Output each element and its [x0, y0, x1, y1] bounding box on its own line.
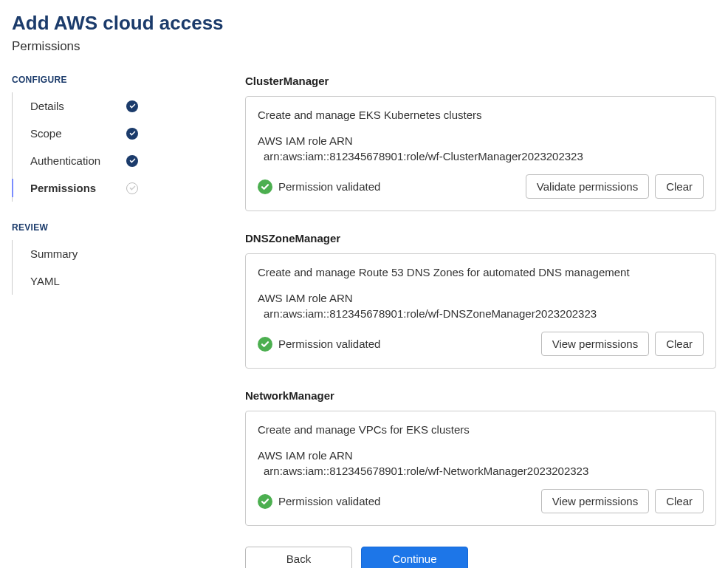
permission-card-dnszonemanager: DNSZoneManager Create and manage Route 5… — [245, 232, 716, 369]
sidebar-item-permissions[interactable]: Permissions — [13, 174, 153, 202]
arn-value: arn:aws:iam::812345678901:role/wf-Cluste… — [258, 150, 704, 162]
clear-button[interactable]: Clear — [655, 174, 704, 199]
sidebar-item-summary[interactable]: Summary — [13, 240, 153, 267]
success-icon — [258, 494, 272, 509]
permission-description: Create and manage EKS Kubernetes cluster… — [258, 109, 704, 121]
permission-name: NetworkManager — [245, 389, 716, 402]
sidebar-item-label: Authentication — [30, 154, 100, 167]
sidebar-section-label: CONFIGURE — [12, 75, 245, 85]
sidebar-section-configure: CONFIGURE Details Scope Authentication — [12, 75, 245, 202]
permission-card-networkmanager: NetworkManager Create and manage VPCs fo… — [245, 389, 716, 526]
sidebar-item-label: Summary — [30, 247, 78, 260]
back-button[interactable]: Back — [245, 547, 352, 568]
wizard-sidebar: CONFIGURE Details Scope Authentication — [12, 75, 245, 568]
arn-label: AWS IAM role ARN — [258, 292, 704, 304]
permission-name: ClusterManager — [245, 75, 716, 87]
arn-label: AWS IAM role ARN — [258, 449, 704, 462]
sidebar-item-details[interactable]: Details — [13, 92, 153, 120]
permission-card-clustermanager: ClusterManager Create and manage EKS Kub… — [245, 75, 716, 211]
arn-value: arn:aws:iam::812345678901:role/wf-DNSZon… — [258, 307, 704, 320]
wizard-footer: Back Continue — [245, 547, 716, 568]
sidebar-item-label: Permissions — [30, 182, 96, 194]
permission-description: Create and manage VPCs for EKS clusters — [258, 423, 704, 436]
view-permissions-button[interactable]: View permissions — [541, 332, 649, 356]
arn-label: AWS IAM role ARN — [258, 134, 704, 147]
continue-button[interactable]: Continue — [361, 547, 468, 568]
sidebar-item-label: Scope — [30, 127, 62, 140]
sidebar-item-label: YAML — [30, 275, 60, 287]
validated-status: Permission validated — [258, 494, 380, 509]
validated-status: Permission validated — [258, 179, 380, 194]
page-title: Add AWS cloud access — [12, 12, 716, 35]
sidebar-item-scope[interactable]: Scope — [13, 120, 153, 147]
main-content: ClusterManager Create and manage EKS Kub… — [245, 75, 716, 568]
validate-permissions-button[interactable]: Validate permissions — [526, 174, 649, 199]
permission-name: DNSZoneManager — [245, 232, 716, 244]
check-outline-icon — [126, 182, 138, 194]
clear-button[interactable]: Clear — [655, 332, 704, 356]
check-icon — [126, 155, 138, 167]
sidebar-section-review: REVIEW Summary YAML — [12, 222, 245, 295]
validated-status: Permission validated — [258, 337, 380, 352]
validated-text: Permission validated — [278, 338, 380, 350]
success-icon — [258, 179, 272, 194]
clear-button[interactable]: Clear — [655, 489, 704, 513]
validated-text: Permission validated — [278, 180, 380, 193]
arn-value: arn:aws:iam::812345678901:role/wf-Networ… — [258, 465, 704, 477]
success-icon — [258, 337, 272, 352]
permission-description: Create and manage Route 53 DNS Zones for… — [258, 266, 704, 278]
sidebar-section-label: REVIEW — [12, 222, 245, 233]
sidebar-item-yaml[interactable]: YAML — [13, 267, 153, 295]
view-permissions-button[interactable]: View permissions — [541, 489, 649, 513]
sidebar-item-label: Details — [30, 100, 64, 112]
page-subtitle: Permissions — [12, 39, 716, 54]
validated-text: Permission validated — [278, 495, 380, 507]
check-icon — [126, 128, 138, 140]
check-icon — [126, 100, 138, 112]
sidebar-item-authentication[interactable]: Authentication — [13, 147, 153, 174]
